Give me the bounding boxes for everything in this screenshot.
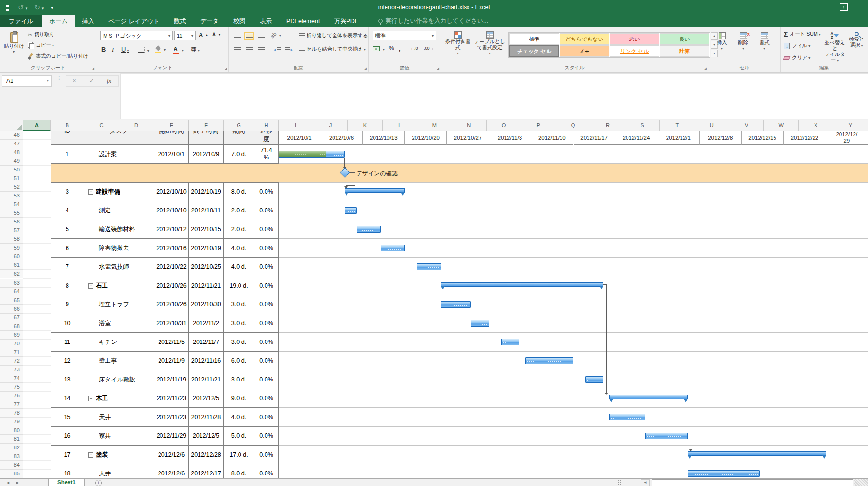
task-cell[interactable]: 8.0 d. bbox=[224, 183, 254, 201]
collapse-icon[interactable]: − bbox=[88, 452, 93, 458]
format-painter-button[interactable]: 書式のコピー/貼り付け bbox=[28, 53, 88, 60]
hscroll-grip[interactable] bbox=[854, 479, 868, 486]
task-cell[interactable]: 9 bbox=[51, 295, 84, 314]
task-cell[interactable]: 2012/11/19 bbox=[154, 370, 189, 389]
row-header-54[interactable]: 54 bbox=[0, 200, 23, 209]
task-cell[interactable]: 13 bbox=[51, 370, 84, 389]
row-header-67[interactable]: 67 bbox=[0, 314, 23, 322]
ribbon-tab-ファイル[interactable]: ファイル bbox=[0, 15, 42, 27]
column-header-Q[interactable]: Q bbox=[556, 120, 591, 131]
gantt-bar-測定[interactable] bbox=[345, 207, 357, 214]
cell-style-チェック セル[interactable]: チェック セル bbox=[509, 45, 559, 57]
gantt-bar-埋立トラフ[interactable] bbox=[441, 301, 471, 308]
sheet-nav-right-icon[interactable]: ► bbox=[15, 480, 20, 485]
row-header-58[interactable]: 58 bbox=[0, 235, 23, 244]
enter-icon[interactable]: ✓ bbox=[89, 78, 94, 84]
column-header-T[interactable]: T bbox=[660, 120, 694, 131]
row-header-65[interactable]: 65 bbox=[0, 296, 23, 305]
format-as-table-button[interactable]: テーブルとして書式設定 bbox=[473, 29, 507, 56]
cell-style-悪い[interactable]: 悪い bbox=[610, 33, 659, 45]
task-cell[interactable]: 2012/11/28 bbox=[189, 408, 224, 427]
task-cell[interactable]: 0.0% bbox=[254, 446, 279, 464]
align-top-button[interactable] bbox=[233, 31, 242, 41]
task-cell[interactable]: 0.0% bbox=[254, 239, 279, 258]
task-cell[interactable]: 6 bbox=[51, 239, 84, 258]
column-header-E[interactable]: E bbox=[154, 120, 189, 131]
task-cell[interactable]: −建設準備 bbox=[84, 183, 154, 201]
column-header-Y[interactable]: Y bbox=[833, 120, 868, 131]
collapse-icon[interactable]: − bbox=[88, 396, 93, 401]
task-cell[interactable]: 2012/10/19 bbox=[189, 183, 224, 201]
row-header-52[interactable]: 52 bbox=[0, 183, 23, 192]
percent-style-button[interactable]: % bbox=[389, 45, 394, 52]
task-cell[interactable]: 16 bbox=[51, 427, 84, 446]
task-cell[interactable]: 3 bbox=[51, 183, 84, 201]
name-box[interactable]: A1 bbox=[2, 75, 52, 87]
column-header-M[interactable]: M bbox=[417, 120, 452, 131]
task-cell[interactable]: 3.0 d. bbox=[224, 370, 254, 389]
merge-center-button[interactable]: セルを結合して中央揃え bbox=[299, 46, 366, 53]
font-color-button[interactable]: A bbox=[173, 46, 184, 53]
column-header-I[interactable]: I bbox=[279, 120, 313, 131]
task-cell[interactable]: 0.0% bbox=[254, 408, 279, 427]
row-header-49[interactable]: 49 bbox=[0, 157, 23, 166]
task-cell[interactable]: 17.0 d. bbox=[224, 446, 254, 464]
copy-button[interactable]: コピー bbox=[28, 42, 54, 49]
task-cell[interactable]: 2012/11/9 bbox=[154, 352, 189, 370]
task-cell[interactable]: 2012/10/9 bbox=[189, 145, 224, 164]
task-cell[interactable]: 7 bbox=[51, 258, 84, 276]
task-cell[interactable]: 壁工事 bbox=[84, 352, 154, 370]
gantt-bar-浴室[interactable] bbox=[471, 320, 489, 327]
task-cell[interactable]: 2012/11/23 bbox=[154, 389, 189, 408]
gantt-bar-設計案[interactable] bbox=[279, 151, 345, 158]
format-cells-button[interactable]: 書式 bbox=[755, 30, 774, 52]
ribbon-tab-万兴PDF[interactable]: 万兴PDF bbox=[327, 15, 365, 27]
hscroll-thumb[interactable] bbox=[652, 479, 853, 486]
align-middle-button[interactable] bbox=[244, 31, 254, 41]
task-cell[interactable]: 2012/11/29 bbox=[154, 427, 189, 446]
task-cell[interactable]: 0.0% bbox=[254, 314, 279, 333]
column-header-L[interactable]: L bbox=[383, 120, 417, 131]
column-header-C[interactable]: C bbox=[84, 120, 119, 131]
row-header-78[interactable]: 78 bbox=[0, 409, 23, 418]
column-header-O[interactable]: O bbox=[487, 120, 521, 131]
column-header-R[interactable]: R bbox=[590, 120, 625, 131]
sort-filter-button[interactable]: AZ 並べ替えと フィルター bbox=[823, 30, 846, 64]
task-cell[interactable]: 2012/12/6 bbox=[154, 446, 189, 464]
orientation-button[interactable]: ab bbox=[270, 32, 281, 38]
task-cell[interactable]: 2012/10/10 bbox=[154, 183, 189, 201]
task-cell[interactable]: −塗装 bbox=[84, 446, 154, 464]
task-cell[interactable]: 8.0 d. bbox=[224, 464, 254, 478]
row-header-64[interactable]: 64 bbox=[0, 288, 23, 296]
align-bottom-button[interactable] bbox=[257, 31, 267, 41]
task-cell[interactable]: 2012/10/10 bbox=[154, 201, 189, 220]
new-sheet-icon[interactable] bbox=[95, 480, 102, 486]
task-cell[interactable]: 8 bbox=[51, 276, 84, 295]
ribbon-tab-校閲[interactable]: 校閲 bbox=[226, 15, 253, 27]
insert-function-icon[interactable]: fx bbox=[107, 77, 111, 85]
task-cell[interactable]: 測定 bbox=[84, 201, 154, 220]
column-header-A[interactable]: A bbox=[23, 120, 51, 131]
task-cell[interactable]: 2012/11/23 bbox=[154, 408, 189, 427]
gantt-bar-水電気技師[interactable] bbox=[417, 263, 441, 270]
task-cell[interactable]: 2012/11/2 bbox=[189, 314, 224, 333]
clear-button[interactable]: クリア bbox=[784, 54, 810, 61]
cell-style-メモ[interactable]: メモ bbox=[560, 45, 609, 57]
column-header-X[interactable]: X bbox=[799, 120, 833, 131]
align-right-button[interactable] bbox=[257, 45, 267, 54]
accounting-format-button[interactable]: ¥ bbox=[373, 46, 385, 52]
row-header-85[interactable]: 85 bbox=[0, 470, 23, 478]
task-cell[interactable]: 2012/10/16 bbox=[154, 239, 189, 258]
row-header-56[interactable]: 56 bbox=[0, 218, 23, 226]
column-header-N[interactable]: N bbox=[452, 120, 487, 131]
task-cell[interactable]: 埋立トラフ bbox=[84, 295, 154, 314]
task-cell[interactable]: 3.0 d. bbox=[224, 314, 254, 333]
column-header-D[interactable]: D bbox=[119, 120, 154, 131]
task-cell[interactable]: 0.0% bbox=[254, 352, 279, 370]
task-cell[interactable]: 2012/12/28 bbox=[189, 446, 224, 464]
task-cell[interactable]: −木工 bbox=[84, 389, 154, 408]
task-cell[interactable]: 5.0 d. bbox=[224, 427, 254, 446]
task-cell[interactable]: 輸送装飾材料 bbox=[84, 220, 154, 239]
gantt-summary-bar-建設準備[interactable] bbox=[345, 188, 405, 193]
task-cell[interactable]: 2012/12/6 bbox=[154, 464, 189, 478]
